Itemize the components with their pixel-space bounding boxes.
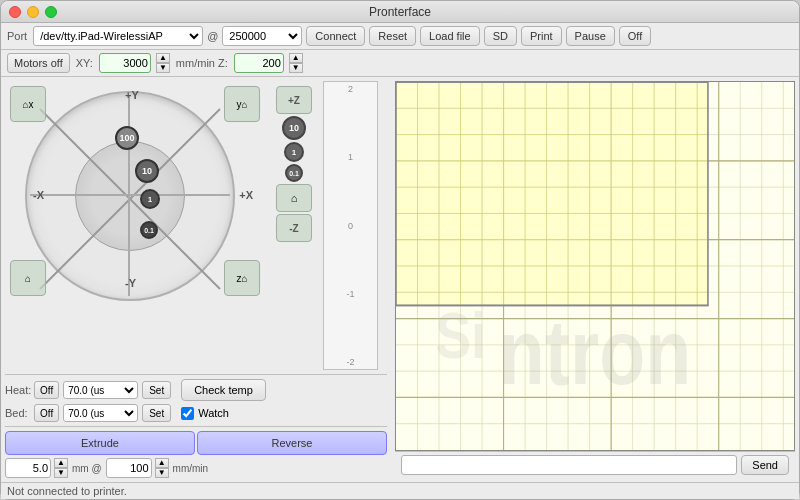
xy-spin-up[interactable]: ▲ bbox=[156, 53, 170, 63]
grid-canvas: ntron Si bbox=[395, 81, 795, 451]
z-step-1[interactable]: 1 bbox=[284, 142, 304, 162]
z-spinners: ▲ ▼ bbox=[289, 53, 303, 73]
z-home-button[interactable]: ⌂ bbox=[276, 184, 312, 212]
pause-button[interactable]: Pause bbox=[566, 26, 615, 46]
xy-label: XY: bbox=[76, 57, 93, 69]
svg-text:ntron: ntron bbox=[499, 301, 691, 404]
send-button[interactable]: Send bbox=[741, 455, 789, 475]
z-speed-input[interactable] bbox=[234, 53, 284, 73]
watch-checkbox[interactable] bbox=[181, 407, 194, 420]
rate-spinners: ▲ ▼ bbox=[155, 458, 169, 478]
xy-spinners: ▲ ▼ bbox=[156, 53, 170, 73]
heat-set-button[interactable]: Set bbox=[142, 381, 171, 399]
send-input[interactable] bbox=[401, 455, 737, 475]
motors-off-button[interactable]: Motors off bbox=[7, 53, 70, 73]
xy-speed-input[interactable] bbox=[99, 53, 151, 73]
bed-row: Bed: Off 70.0 (us Set bbox=[5, 404, 171, 422]
step-01-button[interactable]: 0.1 bbox=[140, 221, 158, 239]
extrude-section: Extrude Reverse ▲ ▼ mm @ ▲ ▼ mm/min bbox=[5, 426, 387, 478]
right-panel: ntron Si Send bbox=[391, 77, 799, 482]
heat-state-button[interactable]: Off bbox=[34, 381, 59, 399]
jog-inner-circle bbox=[75, 141, 185, 251]
port-select[interactable]: /dev/tty.iPad-WirelessiAP bbox=[33, 26, 203, 46]
pos-x-label: +X bbox=[239, 189, 253, 201]
rate-spin-up[interactable]: ▲ bbox=[155, 458, 169, 468]
connect-button[interactable]: Connect bbox=[306, 26, 365, 46]
baud-select[interactable]: 250000 bbox=[222, 26, 302, 46]
mm-min-z-label: mm/min Z: bbox=[176, 57, 228, 69]
z-spin-up[interactable]: ▲ bbox=[289, 53, 303, 63]
print-button[interactable]: Print bbox=[521, 26, 562, 46]
extrude-spin-down[interactable]: ▼ bbox=[54, 468, 68, 478]
extrude-button[interactable]: Extrude bbox=[5, 431, 195, 455]
toolbar: Port /dev/tty.iPad-WirelessiAP @ 250000 … bbox=[1, 23, 799, 50]
svg-text:Si: Si bbox=[435, 299, 486, 372]
bed-set-button[interactable]: Set bbox=[142, 404, 171, 422]
off-button[interactable]: Off bbox=[619, 26, 651, 46]
watch-label: Watch bbox=[198, 407, 229, 419]
check-temp-button[interactable]: Check temp bbox=[181, 379, 266, 401]
z-neg-button[interactable]: -Z bbox=[276, 214, 312, 242]
chart-label-neg2: -2 bbox=[346, 357, 354, 367]
at-label: @ bbox=[207, 30, 218, 42]
chart-label-0: 0 bbox=[348, 221, 353, 231]
extrude-row: ▲ ▼ mm @ ▲ ▼ mm/min bbox=[5, 458, 387, 478]
chart-label-neg1: -1 bbox=[346, 289, 354, 299]
jog-area: ⌂x y⌂ ⌂ z⌂ -X +X +Y -Y 100 10 1 0.1 bbox=[5, 81, 387, 370]
sd-button[interactable]: SD bbox=[484, 26, 517, 46]
extrude-buttons: Extrude Reverse bbox=[5, 431, 387, 455]
bed-label: Bed: bbox=[5, 407, 30, 419]
z-pos-button[interactable]: +Z bbox=[276, 86, 312, 114]
rate-spin-down[interactable]: ▼ bbox=[155, 468, 169, 478]
step-10-button[interactable]: 10 bbox=[135, 159, 159, 183]
neg-x-label: -X bbox=[33, 189, 44, 201]
home-bl-button[interactable]: ⌂ bbox=[10, 260, 46, 296]
step-1-button[interactable]: 1 bbox=[140, 189, 160, 209]
step-100-button[interactable]: 100 bbox=[115, 126, 139, 150]
load-file-button[interactable]: Load file bbox=[420, 26, 480, 46]
grid-svg: ntron Si bbox=[396, 82, 794, 450]
bed-state-button[interactable]: Off bbox=[34, 404, 59, 422]
main-window: Pronterface Port /dev/tty.iPad-Wirelessi… bbox=[0, 0, 800, 500]
neg-y-label: -Y bbox=[125, 277, 136, 289]
extrude-amount-input[interactable] bbox=[5, 458, 51, 478]
window-title: Pronterface bbox=[369, 5, 431, 19]
extrude-spin-up[interactable]: ▲ bbox=[54, 458, 68, 468]
xy-jog-pad: ⌂x y⌂ ⌂ z⌂ -X +X +Y -Y 100 10 1 0.1 bbox=[5, 81, 265, 301]
mini-chart: 2 1 0 -1 -2 bbox=[323, 81, 378, 370]
z-spin-down[interactable]: ▼ bbox=[289, 63, 303, 73]
jog-x-line bbox=[30, 194, 230, 196]
extrude-rate-input[interactable] bbox=[106, 458, 152, 478]
minimize-button[interactable] bbox=[27, 6, 39, 18]
chart-label-2: 2 bbox=[348, 84, 353, 94]
z-step-10[interactable]: 10 bbox=[282, 116, 306, 140]
bed-temp-select[interactable]: 70.0 (us bbox=[63, 404, 138, 422]
svg-rect-41 bbox=[396, 82, 708, 305]
home-tr-button[interactable]: y⌂ bbox=[224, 86, 260, 122]
heat-temp-select[interactable]: 70.0 (us bbox=[63, 381, 138, 399]
port-label: Port bbox=[7, 30, 27, 42]
home-br-button[interactable]: z⌂ bbox=[224, 260, 260, 296]
watch-row: Watch bbox=[181, 407, 229, 420]
motors-row: Motors off XY: ▲ ▼ mm/min Z: ▲ ▼ bbox=[1, 50, 799, 77]
reset-button[interactable]: Reset bbox=[369, 26, 416, 46]
heat-section: Heat: Off 70.0 (us Set Check temp Bed: O… bbox=[5, 374, 387, 422]
status-text: Not connected to printer. bbox=[7, 485, 127, 497]
home-tl-button[interactable]: ⌂x bbox=[10, 86, 46, 122]
z-step-01[interactable]: 0.1 bbox=[285, 164, 303, 182]
maximize-button[interactable] bbox=[45, 6, 57, 18]
status-bar: Not connected to printer. bbox=[1, 482, 799, 499]
bottom-bar: Send bbox=[395, 451, 795, 478]
left-panel: ⌂x y⌂ ⌂ z⌂ -X +X +Y -Y 100 10 1 0.1 bbox=[1, 77, 391, 482]
close-button[interactable] bbox=[9, 6, 21, 18]
titlebar: Pronterface bbox=[1, 1, 799, 23]
main-content: ⌂x y⌂ ⌂ z⌂ -X +X +Y -Y 100 10 1 0.1 bbox=[1, 77, 799, 482]
reverse-button[interactable]: Reverse bbox=[197, 431, 387, 455]
mm-min-label: mm/min bbox=[173, 463, 209, 474]
heat-label: Heat: bbox=[5, 384, 30, 396]
z-axis: +Z 10 1 0.1 ⌂ -Z bbox=[269, 81, 319, 370]
xy-spin-down[interactable]: ▼ bbox=[156, 63, 170, 73]
chart-label-1: 1 bbox=[348, 152, 353, 162]
traffic-lights bbox=[9, 6, 57, 18]
extrude-spinners: ▲ ▼ bbox=[54, 458, 68, 478]
